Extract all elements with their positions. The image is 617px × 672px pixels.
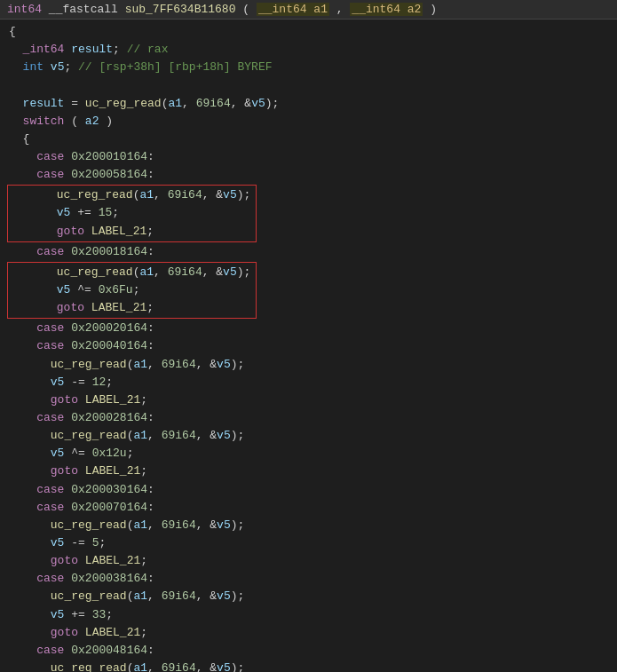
header-close: ) [430, 3, 437, 16]
line-empty1 [7, 76, 610, 94]
line-case-7: case 0x200030164: [7, 481, 610, 499]
line-box2-1: uc_reg_read(a1, 69i64, &v5); [13, 264, 250, 281]
code-container: { _int64 result; // rax int v5; // [rsp+… [0, 20, 617, 672]
line-switch: switch ( a2 ) [7, 113, 610, 130]
header-param1: __int64 a1 [257, 3, 329, 16]
line-box2-2: v5 ^= 0x6Fu; [13, 281, 250, 299]
line-case-10: case 0x200048164: [7, 642, 610, 660]
line-case-1: case 0x200010164: [7, 148, 610, 166]
line-brace-open: { [7, 23, 610, 41]
line-v5-c5: v5 -= 12; [7, 374, 610, 391]
line-uc-reg-read-init: result = uc_reg_read(a1, 69i64, &v5); [7, 95, 610, 113]
line-uc-c5: uc_reg_read(a1, 69i64, &v5); [7, 356, 610, 374]
header-call: __fastcall [49, 3, 125, 16]
line-case-9: case 0x200038164: [7, 570, 610, 588]
line-goto-c9: goto LABEL_21; [7, 624, 610, 642]
line-brace-switch: { [7, 130, 610, 148]
box1: uc_reg_read(a1, 69i64, &v5); v5 += 15; g… [7, 185, 257, 241]
line-case-6: case 0x200028164: [7, 409, 610, 427]
line-uc-c10: uc_reg_read(a1, 69i64, &v5); [7, 660, 610, 672]
header-param2: __int64 a2 [350, 3, 423, 16]
box2: uc_reg_read(a1, 69i64, &v5); v5 ^= 0x6Fu… [7, 262, 257, 319]
line-v5-c7: v5 -= 5; [7, 534, 610, 552]
line-box1-3: goto LABEL_21; [13, 223, 250, 241]
line-goto-c5: goto LABEL_21; [7, 391, 610, 409]
header-fn: sub_7FF634B11680 [125, 3, 236, 16]
line-result-decl: _int64 result; // rax [7, 41, 610, 59]
line-uc-c7: uc_reg_read(a1, 69i64, &v5); [7, 517, 610, 534]
header-type: int64 [7, 3, 42, 16]
line-uc-c6: uc_reg_read(a1, 69i64, &v5); [7, 427, 610, 445]
line-box2-3: goto LABEL_21; [13, 299, 250, 317]
line-box1-1: uc_reg_read(a1, 69i64, &v5); [13, 186, 250, 204]
line-uc-c9: uc_reg_read(a1, 69i64, &v5); [7, 588, 610, 605]
header-comma: , [336, 3, 351, 16]
header-paren: ( [242, 3, 249, 16]
line-case-8: case 0x200070164: [7, 499, 610, 517]
line-case-3: case 0x200018164: [7, 243, 610, 261]
header-bar: int64 __fastcall sub_7FF634B11680 ( __in… [0, 0, 617, 20]
line-case-5: case 0x200040164: [7, 337, 610, 355]
line-box1-2: v5 += 15; [13, 204, 250, 222]
line-v5-c6: v5 ^= 0x12u; [7, 445, 610, 462]
line-case-2: case 0x200058164: [7, 166, 610, 184]
line-case-4: case 0x200020164: [7, 320, 610, 337]
line-v5-decl: int v5; // [rsp+38h] [rbp+18h] BYREF [7, 59, 610, 76]
line-goto-c6: goto LABEL_21; [7, 462, 610, 480]
line-v5-c9: v5 += 33; [7, 606, 610, 624]
line-goto-c7: goto LABEL_21; [7, 552, 610, 570]
